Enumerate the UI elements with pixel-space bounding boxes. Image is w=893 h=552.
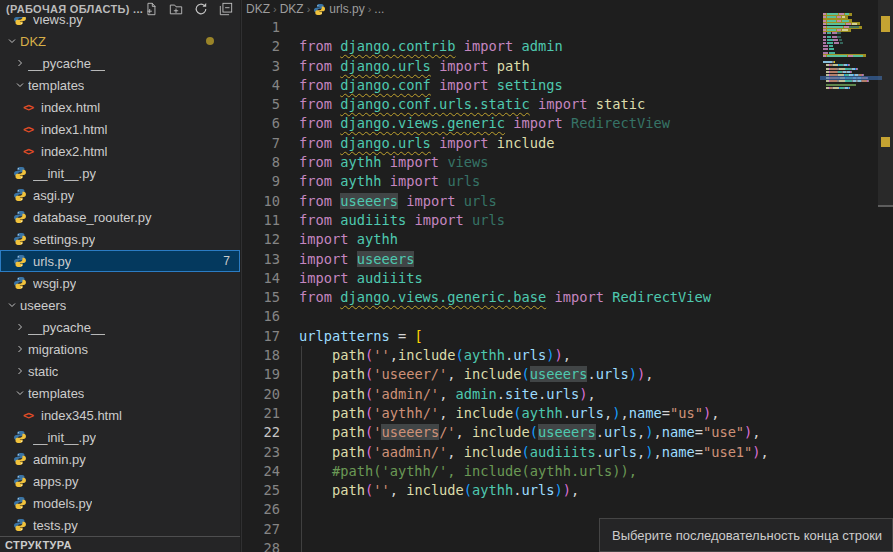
tree-item-templates[interactable]: templates bbox=[0, 382, 240, 404]
code-line: 24 #path('aythh/', include(aythh.urls)), bbox=[242, 462, 893, 481]
line-number[interactable]: 15 bbox=[242, 288, 280, 307]
minimap[interactable] bbox=[822, 0, 880, 552]
scrollbar[interactable] bbox=[878, 0, 893, 552]
line-number[interactable]: 3 bbox=[242, 57, 280, 76]
line-number[interactable]: 11 bbox=[242, 211, 280, 230]
chevron-icon bbox=[14, 57, 26, 69]
tree-item-tests-py[interactable]: tests.py bbox=[0, 514, 240, 536]
file-tree: views.pyDKZ__pycache__templates<>index.h… bbox=[0, 8, 240, 536]
line-number[interactable]: 25 bbox=[242, 481, 280, 500]
tree-item-label: tests.py bbox=[33, 518, 78, 533]
line-number[interactable]: 13 bbox=[242, 250, 280, 269]
code-line: 23 path('aadmin/', include(audiiits.urls… bbox=[242, 443, 893, 462]
refresh-button[interactable] bbox=[193, 1, 209, 17]
new-file-button[interactable] bbox=[143, 1, 159, 17]
tree-item-settings-py[interactable]: settings.py bbox=[0, 228, 240, 250]
line-number[interactable]: 7 bbox=[242, 134, 280, 153]
code-line: 19 path('useeer/', include(useeers.urls)… bbox=[242, 365, 893, 384]
line-number[interactable]: 28 bbox=[242, 539, 280, 552]
line-number[interactable]: 12 bbox=[242, 230, 280, 249]
tree-item-templates[interactable]: templates bbox=[0, 74, 240, 96]
code-line: 26 bbox=[242, 500, 893, 519]
tooltip-text: Выберите последовательность конца строки bbox=[612, 528, 882, 543]
tree-item-label: admin.py bbox=[33, 452, 86, 467]
line-number[interactable]: 27 bbox=[242, 520, 280, 539]
tree-item-label: settings.py bbox=[33, 232, 95, 247]
line-number[interactable]: 23 bbox=[242, 443, 280, 462]
tree-item-asgi-py[interactable]: asgi.py bbox=[0, 184, 240, 206]
line-number[interactable]: 20 bbox=[242, 385, 280, 404]
tree-item-urls-py[interactable]: urls.py7 bbox=[0, 250, 240, 272]
code-line: 11from audiiits import urls bbox=[242, 211, 893, 230]
tree-item-index345-html[interactable]: <>index345.html bbox=[0, 404, 240, 426]
python-icon bbox=[13, 496, 27, 510]
new-folder-button[interactable] bbox=[168, 1, 184, 17]
tree-item--init-py[interactable]: __init__.py bbox=[0, 426, 240, 448]
line-number[interactable]: 14 bbox=[242, 269, 280, 288]
html-icon: <> bbox=[23, 410, 33, 421]
tree-item-index2-html[interactable]: <>index2.html bbox=[0, 140, 240, 162]
tree-item-wsgi-py[interactable]: wsgi.py bbox=[0, 272, 240, 294]
python-icon bbox=[13, 188, 27, 202]
line-number[interactable]: 9 bbox=[242, 172, 280, 191]
line-number[interactable]: 8 bbox=[242, 153, 280, 172]
line-number[interactable]: 21 bbox=[242, 404, 280, 423]
outline-section-header[interactable]: СТРУКТУРА bbox=[0, 536, 240, 552]
breadcrumb-item[interactable]: DKZ bbox=[280, 2, 304, 16]
code-line: 20 path('admin/', admin.site.urls), bbox=[242, 385, 893, 404]
tree-item--pycache-[interactable]: __pycache__ bbox=[0, 316, 240, 338]
tree-item-apps-py[interactable]: apps.py bbox=[0, 470, 240, 492]
tree-item-index1-html[interactable]: <>index1.html bbox=[0, 118, 240, 140]
warning-marker bbox=[881, 137, 890, 147]
line-number[interactable]: 19 bbox=[242, 365, 280, 384]
line-number[interactable]: 6 bbox=[242, 114, 280, 133]
line-number[interactable]: 16 bbox=[242, 307, 280, 326]
scrollbar-divider bbox=[878, 205, 893, 207]
line-number[interactable]: 22 bbox=[242, 423, 280, 442]
tree-item-models-py[interactable]: models.py bbox=[0, 492, 240, 514]
line-number[interactable]: 24 bbox=[242, 462, 280, 481]
collapse-all-icon bbox=[219, 2, 233, 16]
chevron-icon bbox=[6, 35, 18, 47]
explorer-actions bbox=[143, 1, 234, 17]
breadcrumb-separator: › bbox=[368, 3, 372, 15]
tree-item-index-html[interactable]: <>index.html bbox=[0, 96, 240, 118]
line-number[interactable]: 17 bbox=[242, 327, 280, 346]
tree-item-label: static bbox=[28, 364, 58, 379]
tree-item-database-roouter-py[interactable]: database_roouter.py bbox=[0, 206, 240, 228]
chevron-icon bbox=[14, 387, 26, 399]
line-number[interactable]: 1 bbox=[242, 18, 280, 37]
breadcrumb-item[interactable]: DKZ bbox=[246, 2, 270, 16]
breadcrumb: DKZ›DKZ›urls.py›... bbox=[242, 0, 893, 18]
line-number[interactable]: 18 bbox=[242, 346, 280, 365]
twisty-icon bbox=[12, 363, 28, 379]
code-editor[interactable]: DKZ›DKZ›urls.py›... 12from django.contri… bbox=[241, 0, 893, 552]
code-area[interactable]: 12from django.contrib import admin3from … bbox=[242, 18, 893, 552]
tree-item--init-py[interactable]: __init__.py bbox=[0, 162, 240, 184]
tree-item-useeers[interactable]: useeers bbox=[0, 294, 240, 316]
tree-item-admin-py[interactable]: admin.py bbox=[0, 448, 240, 470]
explorer-sidebar: views.pyDKZ__pycache__templates<>index.h… bbox=[0, 0, 240, 552]
indent-guide bbox=[301, 346, 302, 552]
python-icon bbox=[13, 166, 27, 180]
tree-item-label: database_roouter.py bbox=[33, 210, 152, 225]
collapse-all-button[interactable] bbox=[218, 1, 234, 17]
tree-item-dkz[interactable]: DKZ bbox=[0, 30, 240, 52]
tree-item-label: __init__.py bbox=[33, 430, 96, 445]
line-number[interactable]: 2 bbox=[242, 37, 280, 56]
workspace-title: (РАБОЧАЯ ОБЛАСТЬ) ... bbox=[6, 3, 143, 15]
code-line: 9from aythh import urls bbox=[242, 172, 893, 191]
tree-item--pycache-[interactable]: __pycache__ bbox=[0, 52, 240, 74]
line-number[interactable]: 10 bbox=[242, 192, 280, 211]
line-number[interactable]: 4 bbox=[242, 76, 280, 95]
twisty-icon bbox=[4, 297, 20, 313]
code-line: 15from django.views.generic.base import … bbox=[242, 288, 893, 307]
tree-item-migrations[interactable]: migrations bbox=[0, 338, 240, 360]
tree-item-static[interactable]: static bbox=[0, 360, 240, 382]
line-number[interactable]: 5 bbox=[242, 95, 280, 114]
warning-marker bbox=[881, 16, 890, 32]
breadcrumb-item[interactable]: ... bbox=[374, 2, 384, 16]
twisty-icon bbox=[12, 385, 28, 401]
line-number[interactable]: 26 bbox=[242, 500, 280, 519]
breadcrumb-item[interactable]: urls.py bbox=[313, 2, 364, 16]
